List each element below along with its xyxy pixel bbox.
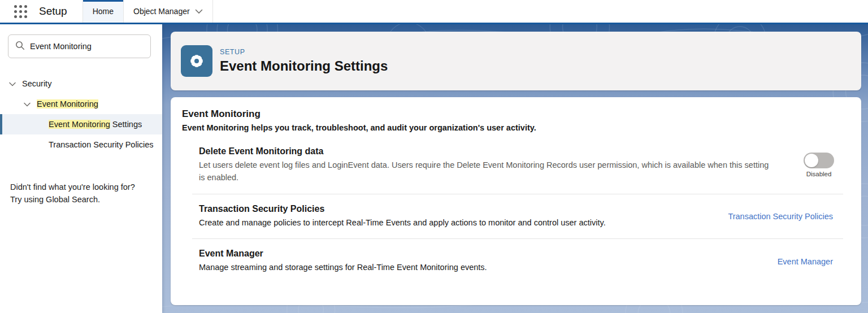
link-event-manager[interactable]: Event Manager xyxy=(778,257,833,266)
tree-item-label: Security xyxy=(22,79,51,88)
tree-item-security[interactable]: Security xyxy=(0,73,162,94)
toggle-state-label: Disabled xyxy=(806,171,832,177)
section-event-manager: Event Manager Manage streaming and stora… xyxy=(199,239,850,284)
tree-item-event-monitoring[interactable]: Event Monitoring xyxy=(0,94,162,114)
help-line-2: Try using Global Search. xyxy=(10,193,152,206)
setup-eyebrow: SETUP xyxy=(220,48,388,56)
setup-sidebar: Security Event Monitoring Event Monitori… xyxy=(0,24,162,313)
section-description: Create and manage policies to intercept … xyxy=(199,217,606,229)
tree-item-label: Event Monitoring xyxy=(37,99,98,108)
help-line-1: Didn't find what you're looking for? xyxy=(10,181,152,193)
quick-find-box[interactable] xyxy=(8,34,151,58)
section-description: Let users delete event log files and Log… xyxy=(199,159,770,184)
section-delete-event-monitoring-data: Delete Event Monitoring data Let users d… xyxy=(199,137,850,194)
setup-tabs: Home Object Manager xyxy=(83,0,213,23)
sidebar-help-text: Didn't find what you're looking for? Try… xyxy=(0,181,162,206)
settings-card: Event Monitoring Event Monitoring helps … xyxy=(171,97,861,305)
quick-find-input[interactable] xyxy=(30,42,144,51)
chevron-down-icon xyxy=(24,99,31,108)
link-transaction-security-policies[interactable]: Transaction Security Policies xyxy=(728,212,833,221)
chevron-down-icon xyxy=(195,9,203,14)
topbar: Setup Home Object Manager xyxy=(0,0,868,24)
tree-item-label: Transaction Security Policies xyxy=(49,140,154,149)
tab-home-label: Home xyxy=(93,7,114,16)
tab-object-manager-label: Object Manager xyxy=(133,7,190,16)
card-heading: Event Monitoring xyxy=(182,108,850,120)
app-launcher-icon[interactable] xyxy=(14,5,27,18)
delete-data-toggle[interactable] xyxy=(804,153,834,168)
section-title: Event Manager xyxy=(199,249,487,259)
gear-icon xyxy=(181,45,212,77)
search-icon xyxy=(15,41,25,53)
chevron-down-icon xyxy=(9,79,16,88)
app-title: Setup xyxy=(39,5,67,18)
setup-header-card: SETUP Event Monitoring Settings xyxy=(171,32,861,90)
tree-item-label-rest: Settings xyxy=(110,120,142,129)
tree-item-transaction-security-policies[interactable]: Transaction Security Policies xyxy=(0,134,162,155)
settings-sections: Delete Event Monitoring data Let users d… xyxy=(182,137,850,284)
section-transaction-security-policies: Transaction Security Policies Create and… xyxy=(199,194,850,239)
tab-object-manager[interactable]: Object Manager xyxy=(124,0,213,23)
card-subheading: Event Monitoring helps you track, troubl… xyxy=(182,123,850,132)
tab-home[interactable]: Home xyxy=(83,0,124,23)
main-region: SETUP Event Monitoring Settings Event Mo… xyxy=(162,24,868,313)
tree-item-label-highlight: Event Monitoring xyxy=(49,120,110,129)
page-title: Event Monitoring Settings xyxy=(220,58,388,74)
section-title: Transaction Security Policies xyxy=(199,204,606,214)
section-description: Manage streaming and storage settings fo… xyxy=(199,262,487,274)
section-title: Delete Event Monitoring data xyxy=(199,146,770,156)
tree-item-event-monitoring-settings[interactable]: Event Monitoring Settings xyxy=(0,114,162,134)
toggle-knob xyxy=(805,154,818,167)
delete-data-toggle-wrap: Disabled xyxy=(804,153,834,177)
